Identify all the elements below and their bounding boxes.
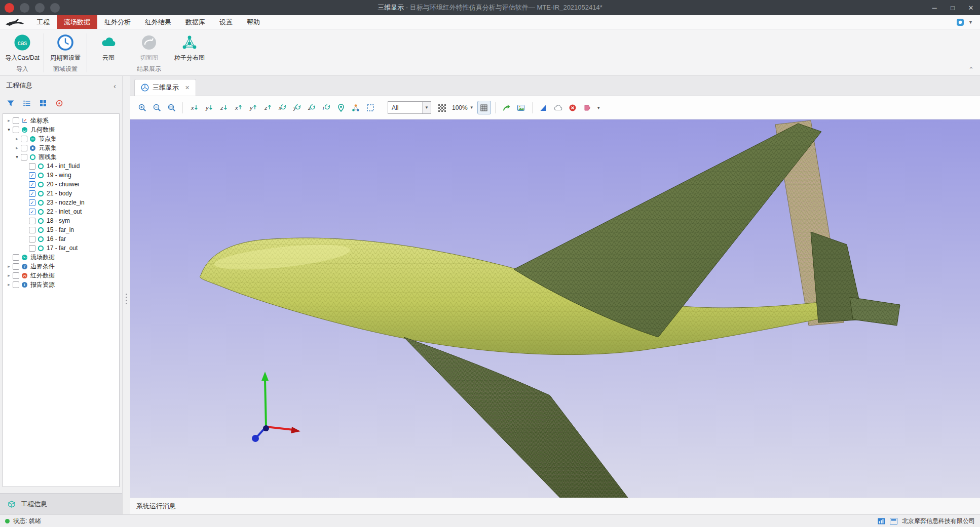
tree-checkbox[interactable] <box>21 136 27 142</box>
view-y-neg-button[interactable]: y <box>202 101 215 114</box>
tree-item[interactable]: ▾面线集 <box>3 152 119 161</box>
rotate-x-view-button[interactable]: x <box>275 101 289 114</box>
tree-checkbox[interactable] <box>21 154 27 160</box>
zoom-in-button[interactable] <box>135 101 149 114</box>
tree-item[interactable]: 15 - far_in <box>3 225 119 234</box>
grid-button[interactable] <box>477 101 491 114</box>
titlebar-quick-button[interactable] <box>35 3 45 13</box>
titlebar-quick-button[interactable] <box>50 3 60 13</box>
tree-item[interactable]: ▸节点集 <box>3 134 119 143</box>
tree-item[interactable]: ▸坐标系 <box>3 116 119 125</box>
marker-button[interactable] <box>581 101 594 114</box>
app-menu-button[interactable] <box>5 3 14 13</box>
marker-dropdown-caret[interactable]: ▾ <box>595 105 602 110</box>
viewport-canvas[interactable] <box>130 119 980 498</box>
tree-item[interactable]: ▸元素集 <box>3 143 119 152</box>
titlebar-quick-button[interactable] <box>20 3 29 13</box>
expander-collapsed-icon[interactable]: ▸ <box>14 145 20 150</box>
tree-item[interactable]: 18 - sym <box>3 216 119 225</box>
tab-3d-view[interactable]: 三维显示 ✕ <box>134 79 196 96</box>
splitter-handle[interactable] <box>126 294 127 304</box>
tree-checkbox[interactable]: ✓ <box>29 199 35 206</box>
view-x-pos-button[interactable]: x <box>231 101 245 114</box>
particle-plot-button[interactable]: 粒子分布图 <box>169 32 210 62</box>
tree-item[interactable]: 16 - far <box>3 234 119 244</box>
menu-item[interactable]: 帮助 <box>240 15 267 29</box>
zoom-level-dropdown[interactable]: 100%▼ <box>449 104 476 111</box>
expander-collapsed-icon[interactable]: ▸ <box>6 282 12 287</box>
tree-checkbox[interactable] <box>29 163 35 170</box>
export-arrow-button[interactable] <box>500 101 513 114</box>
minimize-button[interactable]: ─ <box>925 0 944 15</box>
tree-checkbox[interactable] <box>13 263 19 270</box>
tree-checkbox[interactable] <box>29 218 35 224</box>
period-face-button[interactable]: 周期面设置 <box>45 32 86 62</box>
menu-item[interactable]: 设置 <box>212 15 240 29</box>
slice-view-button[interactable]: 切面图 <box>129 32 169 62</box>
dither-button[interactable] <box>435 101 448 114</box>
rotate-z-view-button[interactable]: z <box>305 101 318 114</box>
menu-item[interactable]: 工程 <box>29 15 57 29</box>
tree-item[interactable]: ▸i报告资源 <box>3 280 119 289</box>
menubar-caret-icon[interactable]: ▼ <box>968 20 973 25</box>
dropdown-caret-icon[interactable]: ▼ <box>422 102 431 113</box>
cas-import-button[interactable]: cas导入Cas/Dat <box>2 32 43 62</box>
tree-checkbox[interactable] <box>13 272 19 279</box>
box-select-button[interactable] <box>363 101 377 114</box>
clear-button[interactable] <box>566 101 580 114</box>
mesh-filter-select[interactable]: All▼ <box>388 101 431 114</box>
zoom-fit-button[interactable] <box>165 101 178 114</box>
expander-collapsed-icon[interactable]: ▸ <box>6 273 12 278</box>
tree-checkbox[interactable] <box>13 127 19 133</box>
snapshot-button[interactable] <box>514 101 528 114</box>
maximize-button[interactable]: □ <box>944 0 962 15</box>
menu-item[interactable]: 红外分析 <box>97 15 138 29</box>
tree-item[interactable]: 14 - int_fluid <box>3 161 119 171</box>
tree-item[interactable]: ✓22 - inlet_out <box>3 207 119 216</box>
activity-monitor-icon[interactable] <box>878 518 885 524</box>
tree-item[interactable]: ▸f边界条件 <box>3 262 119 271</box>
tree-item[interactable]: ✓21 - body <box>3 189 119 198</box>
filter-button[interactable] <box>6 99 15 108</box>
tree-checkbox[interactable] <box>21 145 27 151</box>
cloud-outline-button[interactable] <box>551 101 565 114</box>
log-window-icon[interactable] <box>890 518 897 524</box>
contour-cloud-button[interactable]: 云图 <box>88 32 129 62</box>
zoom-out-button[interactable] <box>150 101 164 114</box>
tree-item[interactable]: ✓23 - nozzle_in <box>3 198 119 207</box>
tree-item[interactable]: ✓19 - wing <box>3 171 119 180</box>
tree-item[interactable]: 流场数据 <box>3 253 119 262</box>
view-x-neg-button[interactable]: x <box>187 101 201 114</box>
tree-item[interactable]: ✓20 - chuiwei <box>3 180 119 189</box>
panel-splitter[interactable] <box>123 76 130 514</box>
ribbon-collapse-button[interactable]: ⌃ <box>968 66 974 73</box>
app-style-icon[interactable] <box>956 18 964 26</box>
menu-item[interactable]: 数据库 <box>178 15 212 29</box>
grid-view-button[interactable] <box>39 99 48 108</box>
tree-checkbox[interactable]: ✓ <box>29 209 35 215</box>
view-y-pos-button[interactable]: y <box>246 101 259 114</box>
panel-collapse-button[interactable]: ‹ <box>114 82 116 90</box>
menu-item[interactable]: 流场数据 <box>57 15 97 29</box>
expander-expanded-icon[interactable]: ▾ <box>6 127 12 132</box>
tree-checkbox[interactable] <box>29 227 35 233</box>
tree-item[interactable]: ▸红外数据 <box>3 271 119 280</box>
close-button[interactable]: ✕ <box>962 0 980 15</box>
menu-item[interactable]: 红外结果 <box>138 15 178 29</box>
tree-checkbox[interactable]: ✓ <box>29 172 35 179</box>
expander-collapsed-icon[interactable]: ▸ <box>6 118 12 123</box>
tree-checkbox[interactable]: ✓ <box>29 181 35 188</box>
node-graph-button[interactable] <box>349 101 362 114</box>
iso-view-button[interactable]: i <box>319 101 333 114</box>
expander-expanded-icon[interactable]: ▾ <box>14 154 20 159</box>
target-button[interactable] <box>55 99 64 108</box>
tab-close-icon[interactable]: ✕ <box>185 85 190 91</box>
rotate-y-view-button[interactable]: y <box>290 101 304 114</box>
tree-checkbox[interactable] <box>13 117 19 124</box>
tree-checkbox[interactable] <box>29 245 35 252</box>
expander-collapsed-icon[interactable]: ▸ <box>14 136 20 141</box>
mirror-button[interactable] <box>537 101 550 114</box>
view-z-pos-button[interactable]: z <box>260 101 274 114</box>
tree-checkbox[interactable] <box>13 254 19 261</box>
probe-pin-button[interactable] <box>334 101 348 114</box>
